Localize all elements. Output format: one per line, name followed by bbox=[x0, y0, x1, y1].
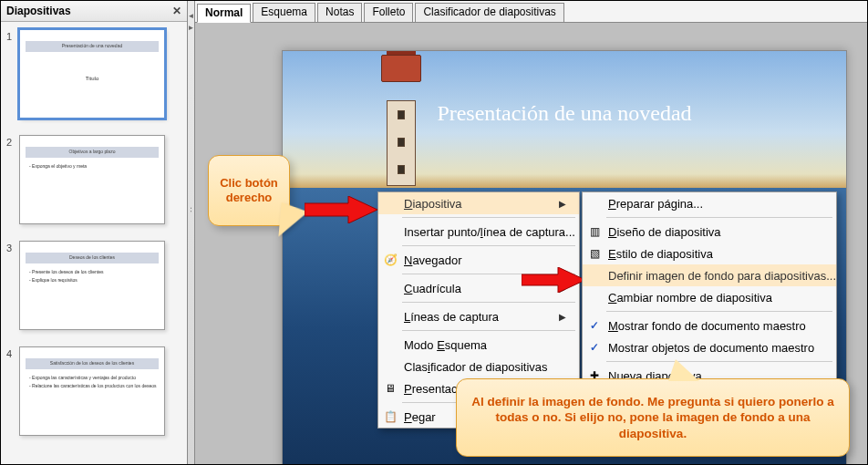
thumbnail-2[interactable]: 2Objetivos a largo plazo- Exponga el obj… bbox=[6, 135, 181, 224]
tab-clasificador-de-diapositivas[interactable]: Clasificador de diapositivas bbox=[415, 3, 563, 22]
tab-notas[interactable]: Notas bbox=[317, 3, 362, 22]
thumbnail-number: 1 bbox=[6, 29, 19, 119]
menu-item-label: Diseño de diapositiva bbox=[608, 225, 721, 239]
thumbnail-number: 4 bbox=[6, 346, 19, 436]
splitter[interactable]: ◄ ► ·· bbox=[188, 1, 195, 464]
tab-normal[interactable]: Normal bbox=[197, 4, 251, 23]
thumbnail-3[interactable]: 3Deseos de los clientes- Presente los de… bbox=[6, 241, 181, 330]
menu-item[interactable]: ✓Mostrar objetos de documento maestro bbox=[583, 336, 836, 358]
svg-marker-1 bbox=[522, 267, 585, 293]
menu-item[interactable]: ✓Mostrar fondo de documento maestro bbox=[583, 315, 836, 336]
submenu-arrow-icon: ▶ bbox=[559, 199, 566, 209]
menu-item[interactable]: Definir imagen de fondo para diapositiva… bbox=[583, 264, 836, 286]
menu-item-label: Líneas de captura bbox=[404, 310, 499, 324]
slide-canvas[interactable]: Presentación de una novedad Clic botón d… bbox=[195, 23, 867, 464]
style-icon: ▧ bbox=[586, 245, 603, 262]
menu-item[interactable]: Cambiar nombre de diapositiva bbox=[583, 286, 836, 308]
panel-header: Diapositivas ✕ bbox=[1, 1, 187, 22]
slides-panel: Diapositivas ✕ 1Presentación de una nove… bbox=[1, 1, 188, 464]
panel-title: Diapositivas bbox=[6, 5, 71, 17]
compass-icon: 🧭 bbox=[382, 252, 398, 268]
close-icon[interactable]: ✕ bbox=[172, 5, 181, 17]
arrow-left-icon[interactable]: ◄ bbox=[188, 12, 195, 20]
menu-item[interactable]: Preparar página... bbox=[583, 192, 836, 214]
menu-item[interactable]: Clasificador de diapositivas bbox=[378, 356, 579, 377]
menu-item-label: Estilo de diapositiva bbox=[608, 247, 713, 261]
menu-item-label: Definir imagen de fondo para diapositiva… bbox=[608, 269, 836, 283]
thumbnail-number: 3 bbox=[6, 241, 19, 330]
thumbnail-4[interactable]: 4Satisfacción de los deseos de los clien… bbox=[6, 346, 181, 436]
thumbnail-number: 2 bbox=[6, 135, 19, 224]
svg-marker-0 bbox=[305, 196, 377, 223]
editor-area: NormalEsquemaNotasFolletoClasificador de… bbox=[195, 1, 867, 464]
callout-right-click: Clic botón derecho bbox=[208, 155, 290, 226]
slide-title: Presentación de una novedad bbox=[283, 101, 846, 126]
thumbnail-1[interactable]: 1Presentación de una novedadTitulo bbox=[6, 29, 181, 119]
view-tabs: NormalEsquemaNotasFolletoClasificador de… bbox=[195, 1, 867, 23]
submenu-arrow-icon: ▶ bbox=[559, 312, 566, 322]
menu-item-label: Cambiar nombre de diapositiva bbox=[608, 291, 772, 305]
arrow-annotation-2 bbox=[522, 267, 585, 293]
menu-item-label: Preparar página... bbox=[608, 197, 703, 211]
arrow-annotation-1 bbox=[305, 196, 377, 223]
tab-esquema[interactable]: Esquema bbox=[253, 3, 315, 22]
menu-item-label: Navegador bbox=[404, 253, 462, 267]
tab-folleto[interactable]: Folleto bbox=[364, 3, 413, 22]
arrow-right-icon[interactable]: ► bbox=[188, 24, 195, 32]
paste-icon: 📋 bbox=[382, 408, 398, 425]
layout-icon: ▥ bbox=[586, 223, 603, 240]
menu-item-label: Diapositiva bbox=[404, 197, 462, 211]
check-icon: ✓ bbox=[586, 339, 603, 356]
screen-icon: 🖥 bbox=[382, 380, 398, 397]
menu-item-label: Pegar bbox=[404, 410, 436, 424]
menu-item-label: Mostrar fondo de documento maestro bbox=[608, 319, 806, 333]
menu-item[interactable]: ▥Diseño de diapositiva bbox=[583, 221, 836, 243]
menu-item-label: Insertar punto/línea de captura... bbox=[404, 225, 575, 239]
menu-item-label: Mostrar objetos de documento maestro bbox=[608, 341, 814, 355]
menu-item-label: Clasificador de diapositivas bbox=[404, 360, 548, 374]
menu-item-label: Modo Esquema bbox=[404, 338, 487, 352]
menu-item[interactable]: Diapositiva▶ bbox=[378, 192, 579, 214]
check-icon: ✓ bbox=[586, 317, 603, 334]
menu-item[interactable]: ▧Estilo de diapositiva bbox=[583, 243, 836, 264]
thumbnails-list: 1Presentación de una novedadTitulo2Objet… bbox=[1, 22, 187, 464]
menu-item-label: Cuadrícula bbox=[404, 282, 461, 295]
callout-explanation: Al definir la imagen de fondo. Me pregun… bbox=[456, 378, 850, 457]
drag-handle-icon[interactable]: ·· bbox=[187, 207, 196, 213]
menu-item[interactable]: Insertar punto/línea de captura... bbox=[378, 221, 579, 243]
menu-item[interactable]: Modo Esquema bbox=[378, 334, 579, 356]
menu-item[interactable]: Líneas de captura▶ bbox=[378, 305, 579, 327]
